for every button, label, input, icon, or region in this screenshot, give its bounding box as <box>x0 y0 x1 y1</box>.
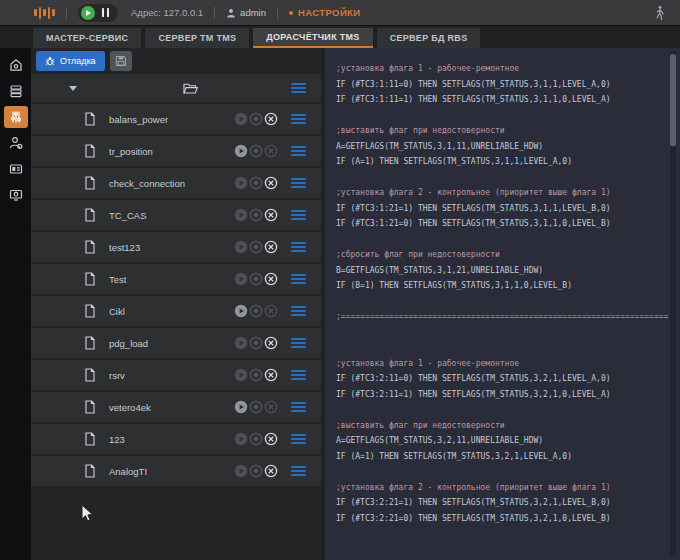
start-service-button[interactable] <box>81 6 95 20</box>
cancel-icon[interactable] <box>264 336 278 350</box>
record-icon[interactable] <box>249 208 263 222</box>
debug-button[interactable]: Отладка <box>36 51 105 71</box>
play-icon[interactable] <box>234 240 248 254</box>
monitor-icon[interactable] <box>4 184 28 206</box>
cancel-icon[interactable] <box>264 464 278 478</box>
code-comment-line: ;выставить флаг при недостоверности <box>336 123 666 139</box>
tab-3[interactable]: ДОРАСЧЁТЧИК TMS <box>253 28 372 48</box>
play-icon[interactable] <box>234 272 248 286</box>
script-row[interactable]: vetero4ek <box>31 392 321 422</box>
script-name: rsrv <box>109 370 234 381</box>
play-icon[interactable] <box>234 464 248 478</box>
play-icon[interactable] <box>234 144 248 158</box>
home-icon[interactable] <box>4 54 28 76</box>
cancel-icon[interactable] <box>264 432 278 446</box>
record-icon[interactable] <box>249 336 263 350</box>
cancel-icon[interactable] <box>264 112 278 126</box>
script-name: TC_CAS <box>109 210 234 221</box>
collapse-caret-icon[interactable] <box>69 86 77 91</box>
record-icon[interactable] <box>249 144 263 158</box>
record-icon[interactable] <box>249 432 263 446</box>
file-icon <box>84 464 96 478</box>
folder-menu-button[interactable] <box>291 83 306 94</box>
script-menu-button[interactable] <box>291 242 306 253</box>
cancel-icon[interactable] <box>264 208 278 222</box>
script-name: Test <box>109 274 234 285</box>
file-icon <box>84 400 96 414</box>
cancel-icon[interactable] <box>264 272 278 286</box>
cancel-icon[interactable] <box>264 240 278 254</box>
script-menu-button[interactable] <box>291 402 306 413</box>
cancel-icon[interactable] <box>264 144 278 158</box>
code-line: IF (#TC3:2:11=1) THEN SETFLAGS(TM_STATUS… <box>336 387 666 403</box>
script-menu-button[interactable] <box>291 146 306 157</box>
record-icon[interactable] <box>249 240 263 254</box>
cancel-icon[interactable] <box>264 400 278 414</box>
user-settings-icon[interactable] <box>4 132 28 154</box>
code-comment-line: ;установка флага 1 - рабочее-ремонтное <box>336 356 666 372</box>
play-icon[interactable] <box>234 304 248 318</box>
script-row[interactable]: balans_power <box>31 104 321 134</box>
record-icon[interactable] <box>249 176 263 190</box>
script-menu-button[interactable] <box>291 466 306 477</box>
code-editor[interactable]: ;установка флага 1 - рабочее-ремонтноеIF… <box>325 48 680 560</box>
tuning-icon[interactable] <box>4 106 28 128</box>
pause-service-button[interactable] <box>102 8 110 17</box>
play-icon[interactable] <box>234 112 248 126</box>
record-icon[interactable] <box>249 112 263 126</box>
script-menu-button[interactable] <box>291 434 306 445</box>
script-row[interactable]: TC_CAS <box>31 200 321 230</box>
tab-4[interactable]: СЕРВЕР БД RBS <box>377 28 481 48</box>
cancel-icon[interactable] <box>264 176 278 190</box>
script-row[interactable]: rsrv <box>31 360 321 390</box>
script-menu-button[interactable] <box>291 274 306 285</box>
code-line: IF (#TC3:2:11=0) THEN SETFLAGS(TM_STATUS… <box>336 371 666 387</box>
server-stack-icon[interactable] <box>4 80 28 102</box>
settings-link[interactable]: НАСТРОЙКИ <box>289 7 361 18</box>
play-icon <box>86 10 91 16</box>
cancel-icon[interactable] <box>264 304 278 318</box>
code-comment-line: ;сбросить флаг при недостоверности <box>336 247 666 263</box>
id-card-icon[interactable] <box>4 158 28 180</box>
code-blank-line <box>336 340 666 356</box>
play-icon[interactable] <box>234 336 248 350</box>
script-row[interactable]: Cikl <box>31 296 321 326</box>
walking-user-icon[interactable] <box>653 5 666 21</box>
record-icon[interactable] <box>249 400 263 414</box>
script-menu-button[interactable] <box>291 178 306 189</box>
script-tree-root[interactable] <box>31 74 321 102</box>
current-user[interactable]: admin <box>226 7 266 18</box>
script-menu-button[interactable] <box>291 370 306 381</box>
play-icon[interactable] <box>234 208 248 222</box>
script-menu-button[interactable] <box>291 114 306 125</box>
script-row[interactable]: test123 <box>31 232 321 262</box>
editor-scrollbar[interactable] <box>670 51 676 557</box>
editor-scrollbar-thumb[interactable] <box>670 54 676 146</box>
play-icon[interactable] <box>234 400 248 414</box>
save-button[interactable] <box>110 51 132 71</box>
script-controls <box>234 272 278 286</box>
script-menu-button[interactable] <box>291 210 306 221</box>
cancel-icon[interactable] <box>264 368 278 382</box>
play-icon[interactable] <box>234 176 248 190</box>
code-editor-lines: ;установка флага 1 - рабочее-ремонтноеIF… <box>336 61 666 526</box>
record-icon[interactable] <box>249 304 263 318</box>
script-row[interactable]: tr_position <box>31 136 321 166</box>
code-line: IF (A=1) THEN SETFLAGS(TM_STATUS,3,1,1,L… <box>336 154 666 170</box>
script-row[interactable]: 123 <box>31 424 321 454</box>
code-blank-line <box>336 232 666 248</box>
script-row[interactable]: AnalogTI <box>31 456 321 486</box>
record-icon[interactable] <box>249 368 263 382</box>
play-icon[interactable] <box>234 432 248 446</box>
tab-2[interactable]: СЕРВЕР ТМ TMS <box>145 28 249 48</box>
script-row[interactable]: pdg_load <box>31 328 321 358</box>
script-menu-button[interactable] <box>291 306 306 317</box>
script-row[interactable]: check_connection <box>31 168 321 198</box>
tab-1[interactable]: МАСТЕР-СЕРВИС <box>33 28 141 48</box>
script-menu-button[interactable] <box>291 338 306 349</box>
play-icon[interactable] <box>234 368 248 382</box>
script-row[interactable]: Test <box>31 264 321 294</box>
script-name: AnalogTI <box>109 466 234 477</box>
record-icon[interactable] <box>249 464 263 478</box>
record-icon[interactable] <box>249 272 263 286</box>
